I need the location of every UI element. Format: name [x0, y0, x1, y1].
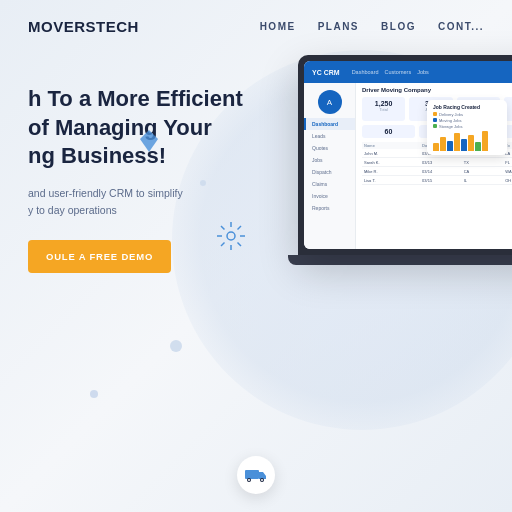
col-name: Name	[362, 142, 420, 149]
popup-bar-5	[461, 139, 467, 151]
popup-title: Job Racing Created	[433, 104, 501, 110]
popup-item-0: Delivery Jobs	[433, 112, 501, 117]
cell: TX	[462, 158, 504, 167]
cell: CA	[462, 167, 504, 176]
logo-tech: TECH	[96, 18, 139, 35]
dashboard-page-title: Driver Moving Company	[362, 87, 512, 93]
dash-nav-2: Customers	[385, 69, 412, 75]
popup-dot-2	[433, 124, 437, 128]
navbar: MOVERSTECH HOME PLANS BLOG CONT...	[0, 0, 512, 45]
cell: 03/14	[420, 167, 462, 176]
popup-item-1: Moving Jobs	[433, 118, 501, 123]
dashboard-header: YC CRM Dashboard Customers Jobs	[304, 61, 512, 83]
hero-title-line2: of Managing Your	[28, 114, 288, 143]
dashboard-nav: Dashboard Customers Jobs	[352, 69, 429, 75]
laptop-base	[288, 255, 512, 265]
stat-label-0: Total	[366, 107, 401, 112]
cell: Sarah K.	[362, 158, 420, 167]
sidebar-claims: Claims	[304, 178, 355, 190]
diamond-icon	[140, 130, 158, 156]
laptop-frame: YC CRM Dashboard Customers Jobs A	[298, 55, 512, 255]
cell: John M.	[362, 149, 420, 158]
svg-point-13	[248, 479, 250, 481]
small-circle-1	[170, 340, 182, 352]
sidebar-jobs: Jobs	[304, 154, 355, 166]
popup-text-2: Storage Jobs	[439, 124, 463, 129]
sidebar-invoice: Invoice	[304, 190, 355, 202]
svg-point-1	[227, 232, 235, 240]
sidebar-dispatch: Dispatch	[304, 166, 355, 178]
cell: Lisa T.	[362, 176, 420, 185]
truck-icon	[237, 456, 275, 494]
cell: Mike R.	[362, 167, 420, 176]
sidebar-quotes: Quotes	[304, 142, 355, 154]
popup-chart	[433, 131, 501, 151]
svg-line-8	[238, 226, 242, 230]
popup-bar-4	[454, 133, 460, 151]
dashboard-sidebar: A Dashboard Leads Quotes Jobs Dispatch C…	[304, 83, 356, 249]
stat-card-4: 60	[362, 125, 415, 138]
gear-icon	[215, 220, 247, 256]
nav-home[interactable]: HOME	[260, 21, 296, 32]
svg-point-14	[261, 479, 263, 481]
svg-line-7	[238, 243, 242, 247]
sidebar-dashboard: Dashboard	[304, 118, 355, 130]
table-row: Mike R. 03/14 CA WA Act	[362, 167, 512, 176]
logo-movers: MOVERS	[28, 18, 96, 35]
popup-bar-6	[468, 135, 474, 151]
hero-subtitle-line2: y to day operations	[28, 204, 117, 216]
svg-line-6	[221, 226, 225, 230]
popup-bar-2	[440, 137, 446, 151]
stat-num-4: 60	[366, 128, 411, 135]
stat-label-3: Done	[508, 107, 512, 112]
cell: OH	[503, 176, 512, 185]
dashboard-mockup: YC CRM Dashboard Customers Jobs A	[298, 55, 512, 315]
dashboard-logo: YC CRM	[312, 69, 340, 76]
hero-title: h To a More Efficient of Managing Your n…	[28, 85, 288, 171]
logo: MOVERSTECH	[28, 18, 139, 35]
cell: 03/13	[420, 158, 462, 167]
stat-num-3: 261	[508, 100, 512, 107]
dash-nav-1: Dashboard	[352, 69, 379, 75]
cell: WA	[503, 167, 512, 176]
popup-text-1: Moving Jobs	[439, 118, 461, 123]
stat-card-0: 1,250 Total	[362, 97, 405, 121]
cell: IL	[462, 176, 504, 185]
small-circle-2	[90, 390, 98, 398]
hero-subtitle-line1: and user-friendly CRM to simplify	[28, 187, 183, 199]
user-avatar: A	[318, 90, 342, 114]
nav-links: HOME PLANS BLOG CONT...	[260, 21, 484, 32]
hero-title-line1: h To a More Efficient	[28, 85, 288, 114]
cell: FL	[503, 158, 512, 167]
table-row: Lisa T. 03/15 IL OH Done	[362, 176, 512, 185]
table-row: Sarah K. 03/13 TX FL Pend	[362, 158, 512, 167]
nav-blog[interactable]: BLOG	[381, 21, 416, 32]
popup-dot-1	[433, 118, 437, 122]
sidebar-reports: Reports	[304, 202, 355, 214]
hero-title-line3: ng Business!	[28, 142, 288, 171]
svg-rect-10	[245, 470, 259, 479]
cta-demo-button[interactable]: OULE A FREE DEMO	[28, 240, 171, 273]
stat-num-0: 1,250	[366, 100, 401, 107]
hero-section: h To a More Efficient of Managing Your n…	[0, 45, 512, 335]
popup-item-2: Storage Jobs	[433, 124, 501, 129]
nav-plans[interactable]: PLANS	[318, 21, 359, 32]
sidebar-leads: Leads	[304, 130, 355, 142]
popup-text-0: Delivery Jobs	[439, 112, 463, 117]
hero-text: h To a More Efficient of Managing Your n…	[28, 75, 288, 273]
popup-bar-3	[447, 141, 453, 151]
svg-line-9	[221, 243, 225, 247]
popup-bar-1	[433, 143, 439, 151]
logo-text: MOVERSTECH	[28, 18, 139, 35]
popup-card: Job Racing Created Delivery Jobs Moving …	[427, 100, 507, 155]
hero-subtitle: and user-friendly CRM to simplify y to d…	[28, 185, 228, 219]
laptop-screen: YC CRM Dashboard Customers Jobs A	[304, 61, 512, 249]
popup-bar-8	[482, 131, 488, 151]
dash-nav-3: Jobs	[417, 69, 429, 75]
popup-bar-7	[475, 142, 481, 151]
cell: 03/15	[420, 176, 462, 185]
svg-marker-0	[140, 130, 158, 152]
nav-contact[interactable]: CONT...	[438, 21, 484, 32]
popup-dot-0	[433, 112, 437, 116]
